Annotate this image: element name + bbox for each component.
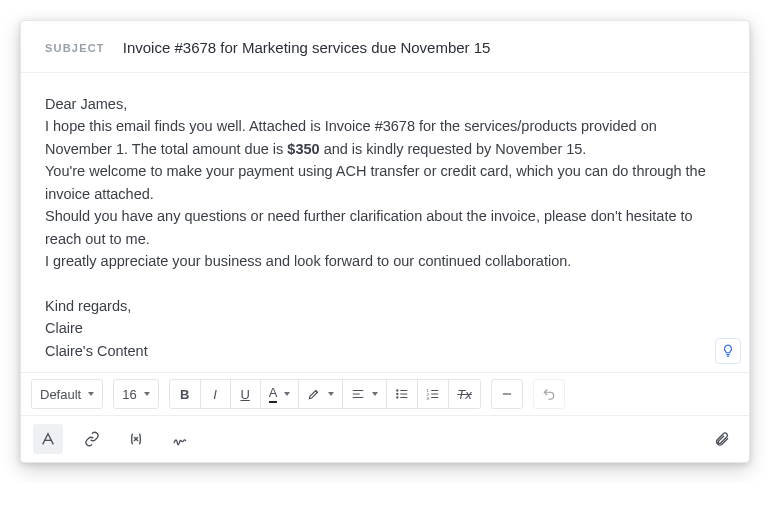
insert-toolbar: [21, 415, 749, 462]
highlight-color-button[interactable]: [298, 380, 342, 408]
horizontal-rule-button[interactable]: [491, 379, 523, 409]
paperclip-icon: [714, 431, 730, 447]
body-paragraph-1: I hope this email finds you well. Attach…: [45, 115, 725, 160]
bold-button[interactable]: B: [170, 380, 200, 408]
link-icon: [84, 431, 100, 447]
insert-link-button[interactable]: [77, 424, 107, 454]
chevron-down-icon: [284, 392, 290, 396]
variable-icon: [127, 431, 145, 447]
lightbulb-icon: [721, 344, 735, 358]
body-closing-name: Claire: [45, 317, 725, 339]
email-compose-window: SUBJECT Invoice #3678 for Marketing serv…: [20, 20, 750, 463]
align-left-icon: [351, 387, 365, 401]
body-paragraph-4: I greatly appreciate your business and l…: [45, 250, 725, 272]
chevron-down-icon: [328, 392, 334, 396]
signature-icon: [171, 431, 189, 447]
insert-variable-button[interactable]: [121, 424, 151, 454]
amount-value: $350: [287, 141, 319, 157]
subject-row: SUBJECT Invoice #3678 for Marketing serv…: [21, 21, 749, 73]
numbered-list-button[interactable]: 123: [417, 380, 448, 408]
chevron-down-icon: [88, 392, 94, 396]
text-icon: [40, 431, 56, 447]
svg-point-3: [397, 390, 398, 391]
subject-label: SUBJECT: [45, 42, 105, 54]
font-family-select[interactable]: Default: [31, 379, 103, 409]
highlighter-icon: [307, 387, 321, 401]
body-closing-company: Claire's Content: [45, 340, 725, 362]
insert-signature-button[interactable]: [165, 424, 195, 454]
attach-file-button[interactable]: [707, 424, 737, 454]
clear-formatting-button[interactable]: Tx: [448, 380, 479, 408]
svg-point-5: [397, 397, 398, 398]
numbered-list-icon: 123: [426, 387, 440, 401]
bullet-list-icon: [395, 387, 409, 401]
body-greeting: Dear James,: [45, 93, 725, 115]
svg-point-4: [397, 394, 398, 395]
align-button[interactable]: [342, 380, 386, 408]
subject-value[interactable]: Invoice #3678 for Marketing services due…: [123, 39, 491, 56]
italic-button[interactable]: I: [200, 380, 230, 408]
body-paragraph-3: Should you have any questions or need fu…: [45, 205, 725, 250]
ai-suggest-button[interactable]: [715, 338, 741, 364]
formatting-toolbar: Default 16 B I U A 123: [21, 372, 749, 415]
bullet-list-button[interactable]: [386, 380, 417, 408]
undo-button[interactable]: [533, 379, 565, 409]
body-paragraph-2: You're welcome to make your payment usin…: [45, 160, 725, 205]
chevron-down-icon: [372, 392, 378, 396]
font-size-select[interactable]: 16: [113, 379, 158, 409]
text-color-button[interactable]: A: [260, 380, 299, 408]
minus-icon: [500, 387, 514, 401]
body-closing-regards: Kind regards,: [45, 295, 725, 317]
underline-button[interactable]: U: [230, 380, 260, 408]
text-mode-button[interactable]: [33, 424, 63, 454]
undo-icon: [542, 387, 556, 401]
email-body-editor[interactable]: Dear James, I hope this email finds you …: [21, 73, 749, 372]
svg-text:3: 3: [427, 396, 430, 401]
chevron-down-icon: [144, 392, 150, 396]
